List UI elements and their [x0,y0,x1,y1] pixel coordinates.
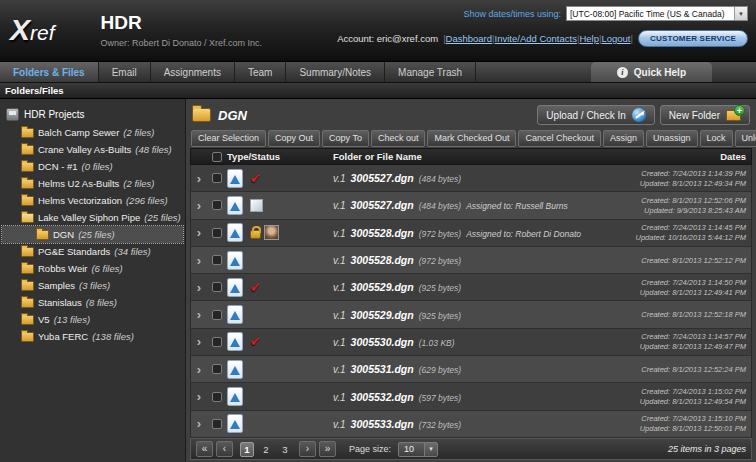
toolbar-copy-out[interactable]: Copy Out [268,130,320,147]
dgn-file-icon [227,387,243,406]
info-icon: i [617,67,628,78]
row-checkbox[interactable] [212,337,222,347]
prev-page-button[interactable]: ‹ [216,441,233,457]
expand-chevron-icon[interactable]: › [197,226,201,239]
row-checkbox[interactable] [212,310,222,320]
quick-help-button[interactable]: i Quick Help [591,62,712,82]
sidebar-folder-stanislaus[interactable]: Stanislaus (8 files) [2,294,183,311]
page-button-1[interactable]: 1 [240,442,254,457]
row-checkbox[interactable] [212,173,222,183]
sidebar-folder-helms-vectorization[interactable]: Helms Vectorization (296 files) [2,192,183,209]
link-help[interactable]: Help [579,33,599,44]
page-button-3[interactable]: 3 [278,442,292,457]
row-checkbox[interactable] [212,255,222,265]
tab-team[interactable]: Team [235,62,286,82]
timezone-select[interactable]: [UTC-08:00] Pacific Time (US & Canada) ▼ [566,6,748,21]
tab-email[interactable]: Email [99,62,151,82]
owner-line: Owner: Robert Di Donato / Xref.com Inc. [101,38,263,48]
tab-folders-files[interactable]: Folders & Files [0,62,99,82]
link-invite-add-contacts[interactable]: Invite/Add Contacts [495,33,577,44]
toolbar-unlock[interactable]: Unlock [735,130,756,147]
sidebar-folder-balch-camp-sewer[interactable]: Balch Camp Sewer (2 files) [2,124,183,141]
page-button-2[interactable]: 2 [259,442,273,457]
sidebar-folder-v5[interactable]: V5 (13 files) [2,311,183,328]
toolbar-lock[interactable]: Lock [700,130,733,147]
file-dates: Created: 8/1/2013 12:52:12 PM [601,256,751,265]
tab-list: Folders & FilesEmailAssignmentsTeamSumma… [0,62,476,82]
expand-chevron-icon[interactable]: › [197,308,201,321]
upload-checkin-button[interactable]: Upload / Check In [537,105,655,125]
row-checkbox[interactable] [212,228,222,238]
expand-chevron-icon[interactable]: › [197,172,201,185]
created-date: Created: 7/24/2013 1:14:45 PM [641,223,746,232]
file-dates: Created: 7/24/2013 1:15:10 PM Updated: 8… [601,414,751,433]
expand-chevron-icon[interactable]: › [197,335,201,348]
tab-summary-notes[interactable]: Summary/Notes [286,62,385,82]
sidebar-folder-dgn[interactable]: DGN (25 files) [2,226,183,243]
expand-chevron-icon[interactable]: › [197,417,201,430]
page-size-select[interactable]: 10 ▼ [398,442,438,457]
expand-chevron-icon[interactable]: › [197,363,201,376]
xref-app: Xref HDR Owner: Robert Di Donato / Xref.… [0,0,756,462]
new-folder-button[interactable]: New Folder + [660,105,750,125]
toolbar-assign[interactable]: Assign [603,130,644,147]
row-checkbox[interactable] [212,364,222,374]
xref-logo: Xref [10,13,55,47]
account-row: Account: eric@xref.com |Dashboard|Invite… [337,30,748,47]
link-dashboard[interactable]: Dashboard [446,33,492,44]
sidebar-folder-lake-valley-siphon-pipe[interactable]: Lake Valley Siphon Pipe (25 files) [2,209,183,226]
toolbar-clear-selection[interactable]: Clear Selection [191,130,266,147]
row-checkbox[interactable] [212,392,222,402]
expand-chevron-icon[interactable]: › [197,254,201,267]
sidebar-folder-helms-u2-as-builts[interactable]: Helms U2 As-Builts (2 files) [2,175,183,192]
sidebar-folder-pg-e-standards[interactable]: PG&E Standards (34 files) [2,243,183,260]
file-name[interactable]: 3005532.dgn [351,391,414,403]
sidebar-folder-dcn-1[interactable]: DCN - #1 (0 files) [2,158,183,175]
expand-chevron-icon[interactable]: › [197,281,201,294]
sidebar-folder-robbs-weir[interactable]: Robbs Weir (6 files) [2,260,183,277]
sidebar-folder-samples[interactable]: Samples (3 files) [2,277,183,294]
row-checkbox[interactable] [212,419,222,429]
file-name[interactable]: 3005528.dgn [351,254,414,266]
toolbar-check-out[interactable]: Check out [371,130,426,147]
created-date: Created: 7/24/2013 1:14:57 PM [641,332,746,341]
file-name-cell: v.1 3005532.dgn (597 bytes) [333,391,601,403]
tab-manage-trash[interactable]: Manage Trash [385,62,476,82]
file-version: v.1 [333,228,346,239]
logo-x: X [10,13,28,47]
file-version: v.1 [333,173,346,184]
toolbar-mark-checked-out[interactable]: Mark Checked Out [427,130,516,147]
file-name[interactable]: 3005529.dgn [351,281,414,293]
toolbar-cancel-checkout[interactable]: Cancel Checkout [518,130,601,147]
tab-assignments[interactable]: Assignments [151,62,235,82]
file-name[interactable]: 3005533.dgn [351,418,414,430]
row-checkbox[interactable] [212,200,222,210]
next-page-button[interactable]: › [299,441,316,457]
page-size-label: Page size: [349,444,391,454]
customer-service-button[interactable]: CUSTOMER SERVICE [638,30,748,47]
file-name[interactable]: 3005527.dgn [351,199,414,211]
type-status-cell: ✔ [227,278,333,297]
first-page-button[interactable]: « [196,441,213,457]
select-all-checkbox[interactable] [212,152,222,162]
sidebar-folder-yuba-ferc[interactable]: Yuba FERC (138 files) [2,328,183,345]
tree-root-hdr-projects[interactable]: HDR Projects [2,105,183,124]
row-checkbox[interactable] [212,282,222,292]
dgn-file-icon [227,223,243,242]
last-page-button[interactable]: » [319,441,336,457]
folder-header: DGN Upload / Check In New Folder + [190,102,752,128]
sidebar-folder-crane-valley-as-builts[interactable]: Crane Valley As-Builts (48 files) [2,141,183,158]
avatar-icon [264,225,279,240]
toolbar-copy-to[interactable]: Copy To [322,130,369,147]
file-name[interactable]: 3005529.dgn [351,309,414,321]
file-name[interactable]: 3005528.dgn [351,227,414,239]
toolbar-unassign[interactable]: Unassign [646,130,698,147]
file-name[interactable]: 3005531.dgn [351,363,414,375]
tab-bar: Folders & FilesEmailAssignmentsTeamSumma… [0,62,756,83]
file-name[interactable]: 3005527.dgn [351,172,414,184]
folder-icon [36,230,49,240]
expand-chevron-icon[interactable]: › [197,390,201,403]
file-name[interactable]: 3005530.dgn [351,336,414,348]
link-logout[interactable]: Logout [601,33,630,44]
expand-chevron-icon[interactable]: › [197,199,201,212]
